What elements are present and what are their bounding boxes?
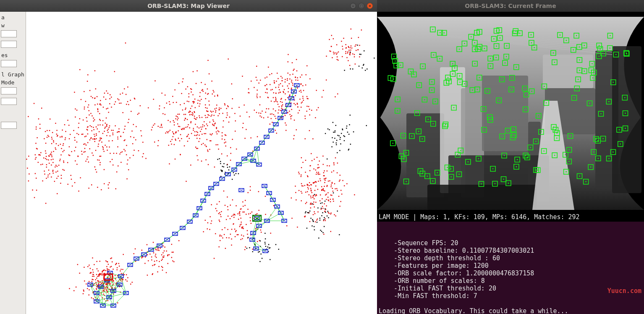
svg-point-2498 <box>490 58 491 59</box>
svg-rect-681 <box>179 126 180 127</box>
svg-rect-146 <box>69 288 70 289</box>
svg-rect-1504 <box>260 230 261 230</box>
svg-rect-1125 <box>285 81 285 82</box>
svg-rect-1724 <box>312 220 313 221</box>
svg-rect-1713 <box>317 207 318 208</box>
svg-rect-625 <box>140 105 141 106</box>
svg-rect-1518 <box>250 213 251 214</box>
svg-point-2180 <box>535 141 537 142</box>
svg-rect-21 <box>90 268 91 269</box>
svg-rect-312 <box>60 144 61 145</box>
svg-rect-517 <box>110 153 110 154</box>
svg-rect-551 <box>89 90 90 91</box>
svg-rect-696 <box>203 143 204 144</box>
svg-rect-1315 <box>325 180 325 181</box>
svg-rect-732 <box>191 114 191 115</box>
svg-point-2486 <box>483 108 484 110</box>
svg-rect-290 <box>69 146 70 147</box>
svg-rect-756 <box>162 113 163 114</box>
svg-rect-1517 <box>220 236 220 236</box>
sidebar-control[interactable] <box>1 87 17 94</box>
svg-rect-1675 <box>327 159 327 160</box>
svg-point-2446 <box>487 90 488 92</box>
svg-rect-926 <box>199 106 199 107</box>
svg-rect-1278 <box>298 172 299 173</box>
svg-rect-472 <box>128 104 129 105</box>
svg-rect-1427 <box>216 210 217 211</box>
svg-rect-1371 <box>326 205 327 206</box>
svg-rect-1322 <box>307 185 308 186</box>
svg-rect-567 <box>97 160 98 160</box>
svg-rect-885 <box>196 131 197 132</box>
svg-rect-1617 <box>172 252 173 253</box>
svg-rect-1677 <box>333 132 334 133</box>
svg-rect-1196 <box>292 83 293 84</box>
svg-rect-1211 <box>268 97 269 98</box>
map-canvas-area[interactable] <box>0 12 377 314</box>
svg-rect-1811 <box>374 58 374 58</box>
svg-rect-611 <box>82 133 83 134</box>
map-canvas[interactable] <box>0 12 377 314</box>
svg-rect-873 <box>169 163 170 164</box>
svg-rect-310 <box>56 133 57 134</box>
svg-rect-1684 <box>348 134 349 135</box>
svg-point-2236 <box>511 89 512 90</box>
svg-rect-1032 <box>273 92 274 93</box>
svg-rect-530 <box>79 118 80 119</box>
svg-rect-731 <box>192 115 193 115</box>
svg-rect-388 <box>32 189 33 190</box>
svg-rect-315 <box>69 138 70 139</box>
svg-rect-259 <box>107 292 107 293</box>
svg-rect-1569 <box>359 56 360 57</box>
svg-rect-139 <box>101 283 102 284</box>
svg-rect-1016 <box>265 112 266 113</box>
svg-rect-555 <box>92 152 92 153</box>
svg-rect-636 <box>109 103 110 104</box>
svg-point-2186 <box>476 89 478 90</box>
svg-rect-1580 <box>335 52 335 53</box>
svg-point-2204 <box>453 107 455 108</box>
svg-point-2488 <box>579 47 580 48</box>
svg-rect-840 <box>172 96 173 97</box>
svg-point-2226 <box>556 138 558 139</box>
map-viewer-titlebar[interactable]: ORB-SLAM3: Map Viewer – ▢ × <box>0 0 377 12</box>
svg-rect-1812 <box>350 68 351 69</box>
svg-rect-1071 <box>295 79 296 80</box>
svg-point-2270 <box>597 140 599 141</box>
svg-rect-374 <box>35 173 36 174</box>
sidebar-control[interactable] <box>1 60 17 67</box>
svg-rect-1173 <box>258 83 259 84</box>
svg-rect-1240 <box>325 218 325 219</box>
close-button[interactable]: × <box>367 3 373 9</box>
terminal-panel[interactable]: -Sequence FPS: 20 -Stereo baseline: 0.11… <box>377 222 644 314</box>
maximize-button[interactable]: ▢ <box>359 3 364 9</box>
svg-rect-571 <box>97 108 98 109</box>
svg-rect-1821 <box>363 64 364 65</box>
svg-rect-466 <box>75 117 76 118</box>
minimize-button[interactable]: – <box>350 3 356 9</box>
svg-rect-1438 <box>221 211 222 212</box>
svg-rect-359 <box>40 164 41 165</box>
svg-rect-607 <box>153 99 154 99</box>
svg-rect-1637 <box>162 252 163 253</box>
sidebar-control[interactable] <box>1 122 17 129</box>
current-frame-titlebar[interactable]: ORB-SLAM3: Current Frame <box>377 0 644 12</box>
svg-rect-1238 <box>313 204 314 205</box>
svg-rect-729 <box>195 124 196 125</box>
sidebar-control[interactable] <box>1 30 17 37</box>
sidebar-control[interactable] <box>1 98 17 105</box>
svg-rect-931 <box>188 101 189 102</box>
svg-rect-1525 <box>239 213 240 214</box>
svg-rect-1422 <box>219 246 220 247</box>
svg-rect-1536 <box>232 199 233 200</box>
svg-rect-1263 <box>339 181 340 181</box>
svg-rect-1224 <box>333 201 334 201</box>
svg-rect-536 <box>99 124 100 125</box>
svg-rect-1291 <box>322 198 322 199</box>
svg-rect-1310 <box>316 220 317 220</box>
svg-rect-1156 <box>254 87 254 88</box>
svg-rect-740 <box>188 134 189 135</box>
svg-rect-423 <box>65 139 65 140</box>
sidebar-control[interactable] <box>1 41 17 48</box>
svg-rect-758 <box>214 125 215 126</box>
